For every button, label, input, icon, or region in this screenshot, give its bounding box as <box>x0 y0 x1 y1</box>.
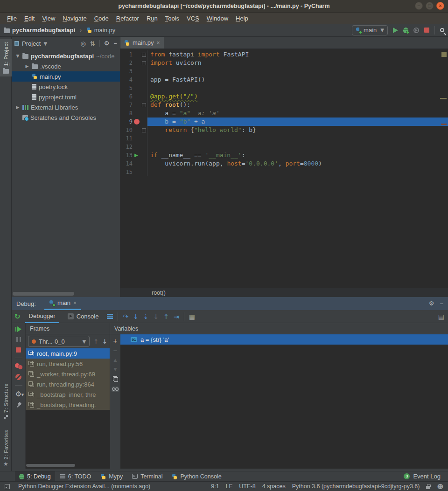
move-watch-up-icon[interactable]: ▲ <box>114 358 117 362</box>
menu-window[interactable]: Window <box>203 14 231 23</box>
code-line-12[interactable]: 12 <box>120 143 448 151</box>
stop-button[interactable] <box>424 28 429 33</box>
show-watches-icon[interactable] <box>112 387 119 392</box>
frame-row[interactable]: root, main.py:9 <box>26 348 110 359</box>
tree-item-main-py[interactable]: main.py <box>12 71 120 82</box>
code-line-10[interactable]: 10 return {"hello world": b} <box>120 126 448 134</box>
menu-file[interactable]: File <box>4 14 20 23</box>
status-widget[interactable]: UTF-8 <box>239 483 255 490</box>
debug-button[interactable] <box>403 28 408 33</box>
status-widget[interactable]: 9:1 <box>211 483 219 490</box>
variable-row[interactable]: 01a = {str} 'a' <box>120 334 448 345</box>
close-button[interactable]: × <box>436 2 444 10</box>
menu-navigate[interactable]: Navigate <box>59 14 90 23</box>
remove-watch-icon[interactable]: − <box>113 348 118 353</box>
stripe-button-2-favorites[interactable]: 2: Favorites★ <box>0 427 12 469</box>
previous-frame-icon[interactable]: ↑ <box>93 338 98 345</box>
toolwindow-tab-python-console[interactable]: Python Console <box>168 471 225 482</box>
toggle-toolwindows-icon[interactable] <box>5 484 10 489</box>
run-button[interactable] <box>393 28 398 33</box>
menu-edit[interactable]: Edit <box>21 14 38 23</box>
pause-icon[interactable] <box>16 337 21 342</box>
step-over-icon[interactable]: ↷ <box>123 313 128 320</box>
restore-layout-icon[interactable]: ▤ <box>438 313 444 320</box>
menu-vcs[interactable]: VCS <box>183 14 203 23</box>
code-line-15[interactable]: 15 <box>120 168 448 176</box>
evaluate-expression-icon[interactable]: ▦ <box>189 313 195 320</box>
code-line-9[interactable]: 9 b = "b" + a <box>120 118 448 126</box>
status-message[interactable]: Python Debugger Extension Avail... (mome… <box>18 483 150 490</box>
close-session-icon[interactable]: × <box>73 300 77 306</box>
expander-icon[interactable]: ▼ <box>15 54 20 58</box>
breadcrumb-function[interactable]: root() <box>152 290 166 296</box>
menu-view[interactable]: View <box>39 14 58 23</box>
tree-item--vscode[interactable]: ▶.vscode <box>12 61 120 71</box>
toolwindow-tab-mypy[interactable]: Mypy <box>96 471 127 482</box>
frame-row[interactable]: _bootstrap_inner, thre <box>26 389 110 400</box>
code-line-7[interactable]: 7def root(): <box>120 101 448 109</box>
tree-item-pycharmdebugfastapi[interactable]: ▼pycharmdebugfastapi ~/code <box>12 51 120 61</box>
breakpoint-icon[interactable] <box>134 119 140 124</box>
resume-icon[interactable] <box>15 326 21 332</box>
fold-icon[interactable] <box>140 126 147 134</box>
frame-row[interactable]: run, thread.py:56 <box>26 359 110 369</box>
event-log-button[interactable]: 3Event Log <box>404 473 448 480</box>
run-gutter-icon[interactable]: ▶ <box>134 151 138 159</box>
debug-session-tab[interactable]: main × <box>44 297 81 310</box>
menu-run[interactable]: Run <box>143 14 161 23</box>
code-line-1[interactable]: 1from fastapi import FastAPI <box>120 50 448 59</box>
code-editor[interactable]: 1from fastapi import FastAPI2import uvic… <box>120 49 448 288</box>
collapse-all-icon[interactable]: ⇅ <box>90 40 95 47</box>
tree-item-scratches-and-consoles[interactable]: Scratches and Consoles <box>12 112 120 123</box>
code-line-13[interactable]: 13▶if __name__ == '__main__': <box>120 151 448 159</box>
next-frame-icon[interactable]: ↓ <box>102 338 107 345</box>
chevron-down-icon[interactable]: ▼ <box>43 41 47 46</box>
force-step-into-icon[interactable]: ↓ <box>154 313 159 320</box>
error-stripe-breakpoint-mark[interactable] <box>441 124 447 125</box>
tree-item-pyproject-toml[interactable]: pyproject.toml <box>12 92 120 102</box>
step-into-my-code-icon[interactable]: ⇣ <box>143 313 149 320</box>
error-stripe-warning-mark[interactable] <box>441 52 447 57</box>
inspections-profile-icon[interactable]: ☻ <box>437 483 443 490</box>
code-line-6[interactable]: 6@app.get("/") <box>120 92 448 101</box>
minimize-button[interactable]: − <box>415 2 423 10</box>
tab-debugger[interactable]: Debugger <box>25 310 59 323</box>
duplicate-watch-icon[interactable] <box>113 376 118 382</box>
add-watch-icon[interactable]: + <box>113 338 118 344</box>
fold-icon[interactable] <box>140 50 147 59</box>
tree-item-external-libraries[interactable]: ▶External Libraries <box>12 102 120 112</box>
rerun-icon[interactable]: ↻ <box>14 312 21 321</box>
move-watch-down-icon[interactable]: ▼ <box>114 367 117 372</box>
frame-row[interactable]: run, threading.py:864 <box>26 379 110 389</box>
status-widget[interactable]: 4 spaces <box>262 483 286 490</box>
step-into-icon[interactable]: ↓ <box>133 313 139 320</box>
pin-tab-icon[interactable] <box>16 402 21 408</box>
fold-icon[interactable] <box>140 101 147 109</box>
code-line-2[interactable]: 2import uvicorn <box>120 59 448 67</box>
breadcrumb-file[interactable]: main.py <box>94 27 116 34</box>
hide-panel-icon[interactable]: − <box>113 40 117 47</box>
tab-console[interactable]: Console <box>64 310 103 323</box>
breadcrumb-project[interactable]: pycharmdebugfastapi <box>12 27 75 34</box>
toolwindow-tab-5-debug[interactable]: 5: Debug <box>15 471 55 482</box>
gear-icon[interactable]: ⚙ <box>104 40 110 47</box>
mute-breakpoints-icon[interactable] <box>15 374 21 380</box>
code-line-5[interactable]: 5 <box>120 84 448 92</box>
fold-icon[interactable] <box>140 59 147 67</box>
status-widget[interactable]: Python 3.6 (pycharmdebugfastapi-9cdjtyrg… <box>292 483 420 490</box>
stop-icon[interactable] <box>16 347 21 353</box>
code-line-8[interactable]: 8 a = "a" a: 'a' <box>120 109 448 118</box>
locate-file-icon[interactable]: ◎ <box>81 40 86 47</box>
toolwindow-tab-terminal[interactable]: Terminal <box>128 471 167 482</box>
code-line-3[interactable]: 3 <box>120 67 448 76</box>
code-line-4[interactable]: 4app = FastAPI() <box>120 76 448 84</box>
scrollbar-thumb[interactable] <box>13 292 74 296</box>
view-breakpoints-icon[interactable] <box>15 363 22 369</box>
frame-row[interactable]: _worker, thread.py:69 <box>26 369 110 379</box>
status-widget[interactable]: LF <box>226 483 233 490</box>
expander-icon[interactable]: ▶ <box>15 105 20 110</box>
expander-icon[interactable]: ▶ <box>25 64 29 69</box>
toolwindow-tab-6-todo[interactable]: 6: TODO <box>56 471 96 482</box>
debug-settings-icon[interactable]: ⚙▼ <box>15 391 21 397</box>
menu-tools[interactable]: Tools <box>162 14 182 23</box>
